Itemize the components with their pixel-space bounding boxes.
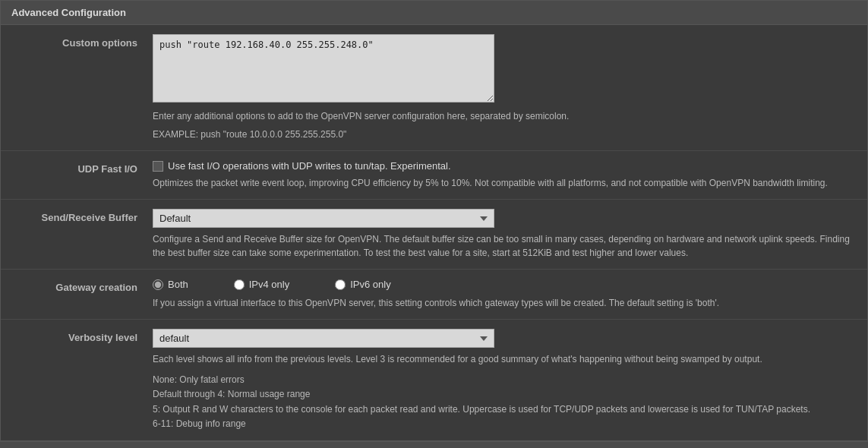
custom-options-label: Custom options (1, 34, 153, 49)
gateway-both-label[interactable]: Both (168, 279, 188, 290)
gateway-ipv4-option: IPv4 only (234, 279, 289, 290)
section-title: Advanced Configuration (11, 7, 126, 18)
gateway-creation-options: Both IPv4 only IPv6 only (153, 279, 852, 290)
gateway-ipv6-option: IPv6 only (335, 279, 390, 290)
udp-fast-io-row: UDP Fast I/O Use fast I/O operations wit… (1, 151, 867, 200)
gateway-ipv4-radio[interactable] (234, 279, 245, 290)
gateway-ipv6-radio[interactable] (335, 279, 346, 290)
send-receive-buffer-help: Configure a Send and Receive Buffer size… (153, 232, 852, 260)
udp-fast-io-checkbox-row: Use fast I/O operations with UDP writes … (153, 160, 852, 172)
verbosity-level-select[interactable]: default01234567891011 (153, 329, 494, 348)
verbosity-help-611: 6-11: Debug info range (153, 417, 852, 431)
advanced-configuration-panel: Advanced Configuration Custom options pu… (0, 0, 868, 441)
verbosity-level-help-main: Each level shows all info from the previ… (153, 352, 852, 431)
custom-options-content: push "route 192.168.40.0 255.255.248.0" … (153, 34, 867, 141)
custom-options-row: Custom options push "route 192.168.40.0 … (1, 25, 867, 151)
verbosity-level-label: Verbosity level (1, 329, 153, 343)
verbosity-level-row: Verbosity level default01234567891011 Ea… (1, 320, 867, 440)
udp-fast-io-checkbox[interactable] (153, 161, 163, 172)
udp-fast-io-help: Optimizes the packet write event loop, i… (153, 176, 852, 190)
udp-fast-io-checkbox-label[interactable]: Use fast I/O operations with UDP writes … (168, 160, 451, 172)
verbosity-help-default: Default through 4: Normal usage range (153, 387, 852, 402)
udp-fast-io-label: UDP Fast I/O (1, 160, 153, 175)
send-receive-buffer-label: Send/Receive Buffer (1, 209, 153, 223)
custom-options-help2: EXAMPLE: push "route 10.0.0.0 255.255.25… (153, 128, 852, 141)
send-receive-buffer-row: Send/Receive Buffer Default512 KiB1 MiB2… (1, 200, 867, 270)
custom-options-help1: Enter any additional options to add to t… (153, 109, 852, 123)
gateway-creation-label: Gateway creation (1, 279, 153, 293)
section-header: Advanced Configuration (1, 1, 867, 25)
gateway-both-option: Both (153, 279, 188, 290)
gateway-ipv6-label[interactable]: IPv6 only (350, 279, 390, 290)
verbosity-help-none: None: Only fatal errors (153, 373, 852, 387)
gateway-creation-content: Both IPv4 only IPv6 only If you assign a… (153, 279, 867, 310)
send-receive-buffer-content: Default512 KiB1 MiB2 MiB4 MiB8 MiB Confi… (153, 209, 867, 260)
custom-options-textarea[interactable]: push "route 192.168.40.0 255.255.248.0" (153, 34, 494, 103)
gateway-ipv4-label[interactable]: IPv4 only (249, 279, 289, 290)
gateway-creation-row: Gateway creation Both IPv4 only IPv6 onl… (1, 270, 867, 320)
verbosity-level-content: default01234567891011 Each level shows a… (153, 329, 867, 431)
gateway-creation-help: If you assign a virtual interface to thi… (153, 296, 852, 310)
gateway-both-radio[interactable] (153, 279, 163, 290)
send-receive-buffer-select[interactable]: Default512 KiB1 MiB2 MiB4 MiB8 MiB (153, 209, 494, 228)
verbosity-help-5: 5: Output R and W characters to the cons… (153, 402, 852, 417)
verbosity-help-main: Each level shows all info from the previ… (153, 352, 852, 367)
udp-fast-io-content: Use fast I/O operations with UDP writes … (153, 160, 867, 190)
footer-bar (0, 441, 868, 448)
